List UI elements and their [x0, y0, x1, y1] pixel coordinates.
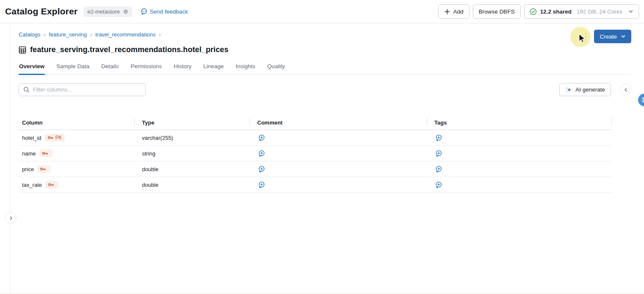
- chevron-down-icon: [628, 9, 633, 14]
- tag-plus-icon: [435, 181, 442, 189]
- add-tag-button[interactable]: [434, 165, 443, 174]
- table-row: hotel_id PK varchar(255): [19, 130, 612, 146]
- tag-plus-icon: [435, 166, 442, 173]
- breadcrumb-link[interactable]: travel_recommendations: [95, 31, 155, 38]
- tag-plus-icon: [435, 150, 442, 157]
- kebab-menu-icon[interactable]: [583, 31, 588, 43]
- gear-icon[interactable]: ⚙: [123, 9, 128, 14]
- comment-plus-icon: [258, 166, 265, 173]
- table-row: tax_rate double: [19, 177, 612, 193]
- filter-columns-input[interactable]: [33, 86, 141, 93]
- create-button[interactable]: Create: [594, 30, 631, 43]
- column-name: tax_rate: [22, 182, 42, 188]
- search-icon: [23, 86, 30, 93]
- column-name: name: [22, 150, 36, 157]
- tag-plus-icon: [435, 134, 442, 141]
- add-comment-button[interactable]: [257, 180, 266, 189]
- column-name: hotel_id: [22, 135, 42, 141]
- sidebar-expand-button[interactable]: [5, 212, 17, 224]
- add-button[interactable]: Add: [438, 4, 469, 19]
- ai-generate-button[interactable]: AI generate: [559, 83, 611, 96]
- add-comment-button[interactable]: [257, 165, 266, 174]
- add-tag-button[interactable]: [434, 149, 443, 158]
- tab-overview[interactable]: Overview: [19, 61, 45, 75]
- app-title: Catalog Explorer: [5, 6, 78, 17]
- page-body: Catalogs›feature_serving›travel_recommen…: [0, 23, 644, 294]
- chevron-down-icon: [621, 34, 626, 39]
- tab-lineage[interactable]: Lineage: [203, 61, 224, 75]
- key-icon: [42, 150, 48, 156]
- top-header: Catalog Explorer e2-metastore ⚙ Send fee…: [0, 0, 644, 23]
- add-tag-button[interactable]: [434, 133, 443, 142]
- breadcrumb-separator: ›: [159, 32, 161, 38]
- comment-plus-icon: [258, 134, 265, 141]
- tab-bar: OverviewSample DataDetailsPermissionsHis…: [19, 61, 631, 75]
- tab-permissions[interactable]: Permissions: [130, 61, 162, 75]
- sparkles-icon: [565, 86, 572, 93]
- comment-plus-icon: [258, 181, 265, 189]
- tab-details[interactable]: Details: [101, 61, 119, 75]
- table-row: price double: [19, 161, 612, 177]
- key-icon: [47, 135, 54, 141]
- table-grid-icon: [19, 46, 26, 54]
- column-type: double: [142, 166, 158, 172]
- column-type: varchar(255): [142, 135, 173, 141]
- page-title: feature_serving.travel_recommendations.h…: [30, 45, 228, 54]
- column-type: string: [142, 150, 155, 157]
- breadcrumb-separator: ›: [44, 32, 45, 38]
- table-header-cell: Tags: [431, 117, 612, 130]
- table-header-row: ColumnTypeCommentTags: [19, 117, 612, 130]
- breadcrumb: Catalogs›feature_serving›travel_recommen…: [19, 30, 161, 38]
- add-comment-button[interactable]: [257, 149, 266, 158]
- metastore-label: e2-metastore: [87, 8, 120, 15]
- cluster-name: 12.2 shared: [540, 8, 572, 15]
- tab-sample-data[interactable]: Sample Data: [56, 61, 90, 75]
- breadcrumb-link[interactable]: Catalogs: [19, 31, 40, 38]
- cluster-status-icon: [530, 8, 537, 15]
- table-row: name string: [19, 146, 612, 161]
- tab-quality[interactable]: Quality: [267, 61, 286, 75]
- key-icon: [48, 182, 54, 188]
- table-header-cell: Column: [19, 117, 139, 130]
- filter-columns-field: [19, 83, 146, 96]
- add-tag-button[interactable]: [434, 180, 443, 189]
- breadcrumb-separator: ›: [90, 32, 92, 38]
- breadcrumb-link[interactable]: feature_serving: [49, 31, 87, 38]
- metastore-selector[interactable]: e2-metastore ⚙: [83, 6, 132, 17]
- browse-dbfs-button[interactable]: Browse DBFS: [473, 4, 521, 19]
- column-name: price: [22, 166, 34, 172]
- table-body: hotel_id PK varchar(255) name string: [19, 130, 612, 193]
- add-comment-button[interactable]: [257, 133, 266, 142]
- table-header-cell: Type: [139, 117, 254, 130]
- side-panel-toggle-button[interactable]: [620, 84, 631, 95]
- comment-plus-icon: [258, 150, 265, 157]
- cluster-specs: 192 GB, 24 Cores: [577, 8, 622, 15]
- columns-table: ColumnTypeCommentTags hotel_id PK varcha…: [19, 117, 612, 193]
- feedback-bubble-icon: [141, 8, 147, 15]
- column-type: double: [142, 182, 158, 188]
- primary-key-badge: [45, 181, 58, 189]
- plus-icon: [444, 8, 450, 15]
- send-feedback-label: Send feedback: [150, 8, 188, 15]
- primary-key-badge: [39, 150, 53, 157]
- tab-history[interactable]: History: [173, 61, 192, 75]
- primary-key-badge: [37, 165, 50, 173]
- primary-key-badge: PK: [45, 134, 65, 141]
- send-feedback-link[interactable]: Send feedback: [141, 8, 188, 15]
- table-header-cell: Comment: [254, 117, 431, 130]
- chevron-right-icon: [8, 216, 14, 221]
- left-sidebar-collapsed: [0, 23, 11, 293]
- cluster-selector[interactable]: 12.2 shared 192 GB, 24 Cores: [524, 4, 639, 19]
- chevron-left-icon: [623, 87, 628, 92]
- tab-insights[interactable]: Insights: [235, 61, 256, 75]
- key-icon: [40, 166, 46, 172]
